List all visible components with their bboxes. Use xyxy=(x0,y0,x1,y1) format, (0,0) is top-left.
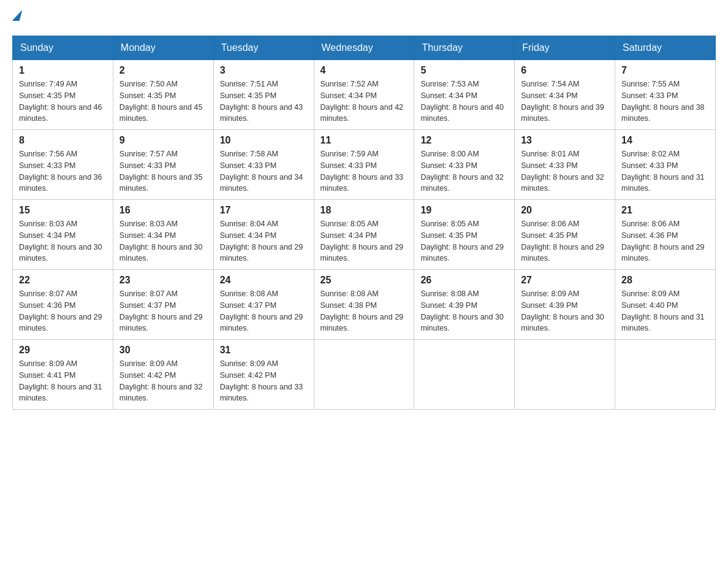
day-number: 11 xyxy=(320,135,408,146)
calendar-week-2: 8 Sunrise: 7:56 AMSunset: 4:33 PMDayligh… xyxy=(13,130,716,200)
day-number: 19 xyxy=(420,205,508,216)
calendar-cell: 21 Sunrise: 8:06 AMSunset: 4:36 PMDaylig… xyxy=(615,200,716,270)
header-thursday: Thursday xyxy=(414,36,515,60)
calendar-week-3: 15 Sunrise: 8:03 AMSunset: 4:34 PMDaylig… xyxy=(13,200,716,270)
day-number: 27 xyxy=(521,275,609,286)
calendar-cell: 29 Sunrise: 8:09 AMSunset: 4:41 PMDaylig… xyxy=(13,340,113,410)
logo-triangle-icon xyxy=(12,10,23,21)
calendar-cell xyxy=(615,340,716,410)
day-number: 16 xyxy=(119,205,207,216)
calendar-table: SundayMondayTuesdayWednesdayThursdayFrid… xyxy=(12,36,716,410)
day-number: 12 xyxy=(420,135,508,146)
day-info: Sunrise: 8:08 AMSunset: 4:39 PMDaylight:… xyxy=(420,289,504,332)
day-number: 4 xyxy=(320,65,408,76)
day-info: Sunrise: 7:58 AMSunset: 4:33 PMDaylight:… xyxy=(220,150,303,193)
calendar-cell: 4 Sunrise: 7:52 AMSunset: 4:34 PMDayligh… xyxy=(314,60,414,130)
calendar-header-row: SundayMondayTuesdayWednesdayThursdayFrid… xyxy=(13,36,716,60)
calendar-cell: 24 Sunrise: 8:08 AMSunset: 4:37 PMDaylig… xyxy=(213,270,314,340)
day-number: 8 xyxy=(19,135,107,146)
day-info: Sunrise: 8:08 AMSunset: 4:37 PMDaylight:… xyxy=(220,289,303,332)
day-info: Sunrise: 7:59 AMSunset: 4:33 PMDaylight:… xyxy=(320,150,404,193)
day-number: 21 xyxy=(621,205,709,216)
calendar-cell: 5 Sunrise: 7:53 AMSunset: 4:34 PMDayligh… xyxy=(414,60,515,130)
calendar-cell: 8 Sunrise: 7:56 AMSunset: 4:33 PMDayligh… xyxy=(13,130,113,200)
day-info: Sunrise: 7:53 AMSunset: 4:34 PMDaylight:… xyxy=(420,80,504,123)
day-number: 23 xyxy=(119,275,207,286)
calendar-cell: 12 Sunrise: 8:00 AMSunset: 4:33 PMDaylig… xyxy=(414,130,515,200)
day-number: 25 xyxy=(320,275,408,286)
day-info: Sunrise: 7:57 AMSunset: 4:33 PMDaylight:… xyxy=(119,150,203,193)
day-info: Sunrise: 8:09 AMSunset: 4:39 PMDaylight:… xyxy=(521,289,604,332)
day-info: Sunrise: 8:04 AMSunset: 4:34 PMDaylight:… xyxy=(220,220,303,262)
day-info: Sunrise: 8:09 AMSunset: 4:42 PMDaylight:… xyxy=(220,359,303,402)
calendar-cell: 14 Sunrise: 8:02 AMSunset: 4:33 PMDaylig… xyxy=(615,130,716,200)
calendar-week-4: 22 Sunrise: 8:07 AMSunset: 4:36 PMDaylig… xyxy=(13,270,716,340)
calendar-cell: 23 Sunrise: 8:07 AMSunset: 4:37 PMDaylig… xyxy=(113,270,213,340)
calendar-cell: 20 Sunrise: 8:06 AMSunset: 4:35 PMDaylig… xyxy=(515,200,615,270)
day-info: Sunrise: 8:06 AMSunset: 4:35 PMDaylight:… xyxy=(521,220,604,262)
header-saturday: Saturday xyxy=(615,36,716,60)
day-number: 2 xyxy=(119,65,207,76)
day-info: Sunrise: 8:07 AMSunset: 4:36 PMDaylight:… xyxy=(19,289,102,332)
day-info: Sunrise: 7:55 AMSunset: 4:33 PMDaylight:… xyxy=(621,80,705,123)
day-info: Sunrise: 8:03 AMSunset: 4:34 PMDaylight:… xyxy=(19,220,102,262)
day-info: Sunrise: 8:01 AMSunset: 4:33 PMDaylight:… xyxy=(521,150,604,193)
calendar-cell: 11 Sunrise: 7:59 AMSunset: 4:33 PMDaylig… xyxy=(314,130,414,200)
day-info: Sunrise: 8:07 AMSunset: 4:37 PMDaylight:… xyxy=(119,289,203,332)
day-number: 1 xyxy=(19,65,107,76)
calendar-cell: 3 Sunrise: 7:51 AMSunset: 4:35 PMDayligh… xyxy=(213,60,314,130)
calendar-cell: 27 Sunrise: 8:09 AMSunset: 4:39 PMDaylig… xyxy=(515,270,615,340)
page-header xyxy=(12,12,716,23)
calendar-cell: 13 Sunrise: 8:01 AMSunset: 4:33 PMDaylig… xyxy=(515,130,615,200)
day-number: 7 xyxy=(621,65,709,76)
day-number: 24 xyxy=(220,275,308,286)
calendar-cell xyxy=(515,340,615,410)
calendar-cell: 26 Sunrise: 8:08 AMSunset: 4:39 PMDaylig… xyxy=(414,270,515,340)
day-number: 17 xyxy=(220,205,308,216)
day-info: Sunrise: 8:08 AMSunset: 4:38 PMDaylight:… xyxy=(320,289,404,332)
header-friday: Friday xyxy=(515,36,615,60)
calendar-cell: 7 Sunrise: 7:55 AMSunset: 4:33 PMDayligh… xyxy=(615,60,716,130)
header-tuesday: Tuesday xyxy=(213,36,314,60)
calendar-cell: 2 Sunrise: 7:50 AMSunset: 4:35 PMDayligh… xyxy=(113,60,213,130)
day-number: 10 xyxy=(220,135,308,146)
calendar-cell: 22 Sunrise: 8:07 AMSunset: 4:36 PMDaylig… xyxy=(13,270,113,340)
calendar-cell: 31 Sunrise: 8:09 AMSunset: 4:42 PMDaylig… xyxy=(213,340,314,410)
header-wednesday: Wednesday xyxy=(314,36,414,60)
calendar-week-5: 29 Sunrise: 8:09 AMSunset: 4:41 PMDaylig… xyxy=(13,340,716,410)
calendar-week-1: 1 Sunrise: 7:49 AMSunset: 4:35 PMDayligh… xyxy=(13,60,716,130)
calendar-cell: 9 Sunrise: 7:57 AMSunset: 4:33 PMDayligh… xyxy=(113,130,213,200)
day-number: 22 xyxy=(19,275,107,286)
header-sunday: Sunday xyxy=(13,36,113,60)
calendar-cell: 6 Sunrise: 7:54 AMSunset: 4:34 PMDayligh… xyxy=(515,60,615,130)
calendar-cell: 30 Sunrise: 8:09 AMSunset: 4:42 PMDaylig… xyxy=(113,340,213,410)
calendar-cell: 28 Sunrise: 8:09 AMSunset: 4:40 PMDaylig… xyxy=(615,270,716,340)
day-number: 13 xyxy=(521,135,609,146)
day-info: Sunrise: 8:05 AMSunset: 4:34 PMDaylight:… xyxy=(320,220,404,262)
calendar-cell: 1 Sunrise: 7:49 AMSunset: 4:35 PMDayligh… xyxy=(13,60,113,130)
day-info: Sunrise: 7:51 AMSunset: 4:35 PMDaylight:… xyxy=(220,80,303,123)
logo xyxy=(12,12,21,23)
day-number: 31 xyxy=(220,345,308,356)
day-number: 28 xyxy=(621,275,709,286)
day-info: Sunrise: 7:54 AMSunset: 4:34 PMDaylight:… xyxy=(521,80,604,123)
day-number: 20 xyxy=(521,205,609,216)
day-number: 14 xyxy=(621,135,709,146)
day-info: Sunrise: 8:03 AMSunset: 4:34 PMDaylight:… xyxy=(119,220,203,262)
day-number: 9 xyxy=(119,135,207,146)
day-number: 30 xyxy=(119,345,207,356)
calendar-cell: 17 Sunrise: 8:04 AMSunset: 4:34 PMDaylig… xyxy=(213,200,314,270)
day-number: 6 xyxy=(521,65,609,76)
day-info: Sunrise: 8:06 AMSunset: 4:36 PMDaylight:… xyxy=(621,220,705,262)
day-number: 15 xyxy=(19,205,107,216)
day-info: Sunrise: 7:52 AMSunset: 4:34 PMDaylight:… xyxy=(320,80,404,123)
calendar-cell xyxy=(414,340,515,410)
day-number: 18 xyxy=(320,205,408,216)
header-monday: Monday xyxy=(113,36,213,60)
day-info: Sunrise: 7:49 AMSunset: 4:35 PMDaylight:… xyxy=(19,80,102,123)
calendar-cell: 19 Sunrise: 8:05 AMSunset: 4:35 PMDaylig… xyxy=(414,200,515,270)
day-number: 3 xyxy=(220,65,308,76)
calendar-cell xyxy=(314,340,414,410)
calendar-cell: 25 Sunrise: 8:08 AMSunset: 4:38 PMDaylig… xyxy=(314,270,414,340)
calendar-cell: 16 Sunrise: 8:03 AMSunset: 4:34 PMDaylig… xyxy=(113,200,213,270)
